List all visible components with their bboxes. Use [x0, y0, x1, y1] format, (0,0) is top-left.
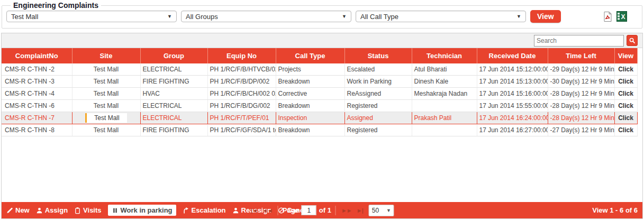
table-cell: Test Mall: [72, 88, 140, 100]
table-cell: 17 Jun 2014 15:55:00:000: [477, 100, 548, 112]
chevron-down-icon: ▼: [386, 208, 391, 213]
action-escalation[interactable]: Escalation: [183, 206, 226, 214]
table-cell: 17 Jun 2014 16:24:00:000: [477, 112, 548, 124]
table-cell: HVAC: [140, 88, 207, 100]
column-header-status[interactable]: Status: [344, 48, 412, 63]
table-row[interactable]: CMS-R C-THN -8Test MallFIRE FIGHTINGPH 1…: [2, 124, 637, 136]
table-cell: [412, 100, 477, 112]
page-size-value: 50: [372, 207, 379, 214]
page-label: Page: [283, 206, 299, 214]
chevron-down-icon: ▼: [342, 14, 347, 19]
action-label: Visits: [83, 206, 101, 214]
view-click-link[interactable]: Click: [614, 112, 637, 124]
site-filter-select[interactable]: Test Mall ▼: [6, 11, 177, 22]
grid-toolbar: [2, 33, 642, 48]
next-page-icon[interactable]: ►►: [340, 207, 353, 214]
table-cell: -28 Day(s) 12 Hr 9 Min: [548, 112, 614, 124]
action-label: Assign: [45, 206, 68, 214]
table-cell: Prakash Patil: [412, 112, 477, 124]
table-row[interactable]: CMS-R C-THN -4Test MallHVACPH 1/RC/F/B/C…: [2, 88, 637, 100]
table-cell: Corrective: [276, 88, 344, 100]
column-header-group[interactable]: Group: [140, 48, 207, 63]
table-cell: Projects: [276, 63, 344, 76]
clipboard-icon: [74, 207, 81, 214]
page-of-label: of 1: [319, 206, 331, 214]
group-filter-select[interactable]: All Groups ▼: [181, 11, 351, 22]
table-cell: FIRE FIGHTING: [140, 124, 207, 136]
column-header-call-type[interactable]: Call Type: [276, 48, 344, 63]
calltype-filter-select[interactable]: All Call Type ▼: [356, 11, 526, 22]
view-click-link[interactable]: Click: [614, 76, 637, 88]
table-cell: Test Mall: [72, 100, 140, 112]
table-cell: CMS-R C-THN -2: [2, 63, 72, 76]
view-button[interactable]: View: [530, 10, 561, 23]
last-page-icon[interactable]: ►|: [356, 207, 364, 214]
view-click-link[interactable]: Click: [614, 88, 637, 100]
action-work-in-parking[interactable]: Work in parking: [108, 205, 176, 216]
action-visits[interactable]: Visits: [74, 206, 101, 214]
table-cell: 17 Jun 2014 15:12:00:000: [477, 63, 548, 76]
engineering-complaints-page: Engineering Complaints Test Mall ▼ All G…: [0, 0, 644, 220]
table-cell: -29 Day(s) 12 Hr 9 Min: [548, 63, 614, 76]
view-click-link[interactable]: Click: [614, 63, 637, 76]
site-cell-box: Test Mall: [85, 113, 126, 123]
table-cell: Registered: [344, 100, 412, 112]
table-cell: Meshakraja Nadan: [412, 88, 477, 100]
table-row[interactable]: CMS-R C-THN -3Test MallFIRE FIGHTINGPH 1…: [2, 76, 637, 88]
view-click-link[interactable]: Click: [614, 100, 637, 112]
action-label: Work in parking: [121, 206, 173, 214]
column-header-view[interactable]: View: [614, 48, 637, 63]
column-header-time-left[interactable]: Time Left: [548, 48, 614, 63]
table-row[interactable]: CMS-R C-THN -2Test MallELECTRICALPH 1/RC…: [2, 63, 637, 76]
person-icon: [232, 207, 239, 214]
first-page-icon[interactable]: |◄: [250, 207, 258, 214]
svg-text:X: X: [621, 13, 625, 21]
pager: |◄ ◄◄ Page of 1 ►► ►| 50 ▼: [250, 205, 394, 216]
column-header-site[interactable]: Site: [72, 48, 140, 63]
table-cell: CMS-R C-THN -6: [2, 100, 72, 112]
column-header-received-date[interactable]: Received Date: [477, 48, 548, 63]
page-size-select[interactable]: 50 ▼: [369, 205, 394, 216]
search-input[interactable]: [534, 35, 624, 47]
table-cell: ReAssigned: [344, 88, 412, 100]
table-cell: PH 1/RC/F/B/DG/002: [207, 100, 276, 112]
table-cell: Atul Bharati: [412, 63, 477, 76]
view-click-link[interactable]: Click: [614, 124, 637, 136]
pause-icon: [112, 207, 119, 214]
table-cell: PH 1/RC/F/B/CH/002 02: [207, 88, 276, 100]
search-button[interactable]: [627, 35, 638, 46]
table-cell: CMS-R C-THN -4: [2, 88, 72, 100]
column-header-technician[interactable]: Technician: [412, 48, 477, 63]
table-cell: ELECTRICAL: [140, 112, 207, 124]
column-header-complaintno[interactable]: ComplaintNo: [2, 48, 72, 63]
table-cell: Escalated: [344, 63, 412, 76]
pdf-export-icon[interactable]: [602, 11, 613, 22]
filters-fieldset: Engineering Complaints Test Mall ▼ All G…: [2, 1, 642, 29]
pencil-icon: [6, 207, 13, 214]
column-header-equip-no[interactable]: Equip No: [207, 48, 276, 63]
page-number-input[interactable]: [302, 205, 316, 215]
table-cell: Breakdown: [276, 100, 344, 112]
action-new[interactable]: New: [6, 206, 30, 214]
table-cell: 17 Jun 2014 15:13:00:000: [477, 76, 548, 88]
pager-divider: [335, 206, 336, 215]
grid-empty-area: [2, 136, 642, 202]
table-cell: PH 1/RC/F/GF/SDA/1 to 2: [207, 124, 276, 136]
table-row[interactable]: CMS-R C-THN -7Test MallELECTRICALPH 1/RC…: [2, 112, 637, 124]
table-cell: Breakdown: [276, 76, 344, 88]
filters-row: Test Mall ▼ All Groups ▼ All Call Type ▼…: [6, 10, 638, 23]
table-cell: PH 1/RC/F/B/DP/002: [207, 76, 276, 88]
table-cell: Inspection: [276, 112, 344, 124]
table-cell: ELECTRICAL: [140, 63, 207, 76]
table-cell: CMS-R C-THN -3: [2, 76, 72, 88]
search-icon: [629, 37, 636, 44]
excel-export-icon[interactable]: X: [616, 11, 627, 22]
table-cell: [412, 124, 477, 136]
table-cell: Work in Parking: [344, 76, 412, 88]
table-row[interactable]: CMS-R C-THN -6Test MallELECTRICALPH 1/RC…: [2, 100, 637, 112]
table-cell: Test Mall: [72, 63, 140, 76]
action-assign[interactable]: Assign: [36, 206, 68, 214]
action-label: Escalation: [192, 206, 226, 214]
export-buttons: X: [602, 11, 627, 22]
prev-page-icon[interactable]: ◄◄: [261, 207, 274, 214]
